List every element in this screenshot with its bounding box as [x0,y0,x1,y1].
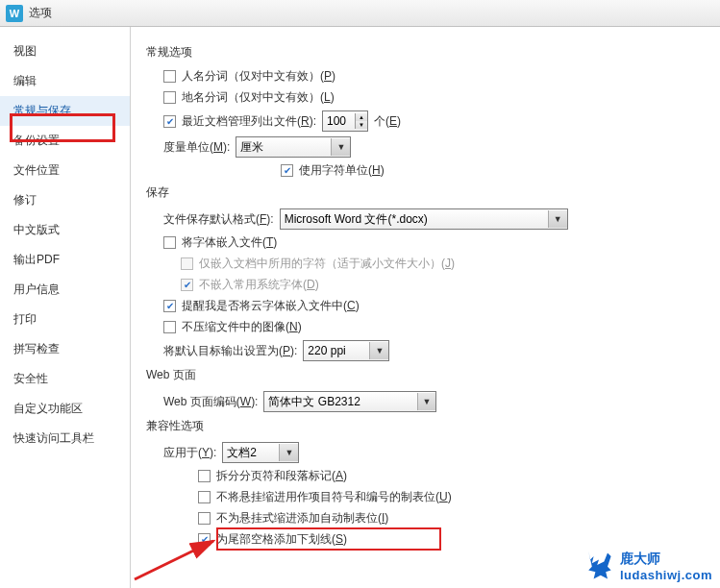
label-default-format: 文件保存默认格式(F): [163,211,274,228]
label-web-encoding: Web 页面编码(W): [163,394,258,410]
label-recent-files: 最近文档管理列出文件(R): [182,113,316,130]
label-compat-opt3: 不为悬挂式缩进添加自动制表位(I) [216,510,388,527]
sidebar-item-backup[interactable]: 备份设置 [0,126,130,156]
sidebar-item-print[interactable]: 打印 [0,305,130,334]
spinner-down-icon[interactable]: ▼ [356,121,367,129]
checkbox-place-split[interactable] [163,91,176,104]
chevron-down-icon: ▼ [417,393,436,410]
watermark-brand: 鹿大师 [620,551,712,568]
sidebar-item-spellcheck[interactable]: 拼写检查 [0,334,130,364]
section-web: Web 页面 [146,367,705,383]
window-title: 选项 [29,5,52,21]
spinner-up-icon[interactable]: ▲ [356,113,367,121]
sidebar-item-chinese-layout[interactable]: 中文版式 [0,215,130,245]
checkbox-skip-sys-fonts [181,279,193,291]
label-no-compress: 不压缩文件中的图像(N) [182,319,302,335]
checkbox-cloud-font-warn[interactable] [163,300,176,312]
select-measure-unit[interactable]: 厘米▼ [236,136,351,158]
sidebar-item-security[interactable]: 安全性 [0,364,130,394]
section-compat: 兼容性选项 [146,418,705,434]
sidebar-item-user-info[interactable]: 用户信息 [0,275,130,305]
sidebar-item-general-save[interactable]: 常规与保存 [0,96,130,126]
checkbox-no-compress[interactable] [163,321,176,333]
watermark-url: ludashiwj.com [620,568,712,582]
label-cloud-font-warn: 提醒我是否将云字体嵌入文件中(C) [182,298,360,314]
select-target-output[interactable]: 220 ppi▼ [303,340,389,361]
checkbox-compat-split-pagebreak[interactable] [198,470,211,482]
checkbox-compat-trailing-underline[interactable] [198,533,211,546]
select-default-format[interactable]: Microsoft Word 文件(*.docx)▼ [280,208,568,230]
sidebar-item-file-location[interactable]: 文件位置 [0,156,130,185]
chevron-down-icon: ▼ [369,342,388,359]
chevron-down-icon: ▼ [331,138,350,156]
section-save: 保存 [146,184,705,201]
sidebar-item-edit[interactable]: 编辑 [0,66,130,96]
checkbox-embed-fonts[interactable] [163,236,176,249]
label-place-split: 地名分词（仅对中文有效）(L) [182,89,335,106]
titlebar: W 选项 [0,0,720,27]
label-target-output: 将默认目标输出设置为(P): [163,343,297,359]
sidebar-item-revision[interactable]: 修订 [0,185,130,215]
checkbox-person-split[interactable] [163,70,176,83]
label-compat-opt1: 拆分分页符和段落标记(A) [216,468,347,484]
deer-icon [582,548,616,582]
app-icon: W [6,5,23,22]
checkbox-compat-auto-tab[interactable] [198,512,211,525]
label-embed-fonts: 将字体嵌入文件(T) [182,234,277,251]
select-web-encoding[interactable]: 简体中文 GB2312▼ [263,391,436,412]
label-person-split: 人名分词（仅对中文有效）(P) [182,68,335,85]
label-apply-to: 应用于(Y): [163,445,216,461]
sidebar-item-export-pdf[interactable]: 输出PDF [0,245,130,275]
sidebar-item-view[interactable]: 视图 [0,37,130,66]
sidebar: 视图 编辑 常规与保存 备份设置 文件位置 修订 中文版式 输出PDF 用户信息… [0,27,131,588]
watermark: 鹿大师 ludashiwj.com [582,548,712,582]
checkbox-compat-hanging-tab[interactable] [198,491,211,503]
label-embed-subset: 仅嵌入文档中所用的字符（适于减小文件大小）(J) [199,256,455,272]
checkbox-embed-subset [181,257,193,270]
spinner-recent-count[interactable]: 100▲▼ [322,110,368,132]
label-skip-sys-fonts: 不嵌入常用系统字体(D) [199,277,319,293]
checkbox-recent-files[interactable] [163,115,176,128]
label-char-unit: 使用字符单位(H) [299,162,385,179]
chevron-down-icon: ▼ [548,210,567,228]
select-apply-to[interactable]: 文档2▼ [222,442,299,463]
checkbox-char-unit[interactable] [281,164,293,177]
label-compat-opt4: 为尾部空格添加下划线(S) [216,531,347,548]
label-recent-unit: 个(E) [374,113,401,130]
sidebar-item-custom-ribbon[interactable]: 自定义功能区 [0,394,130,424]
section-general: 常规选项 [146,44,705,61]
label-compat-opt2: 不将悬挂缩进用作项目符号和编号的制表位(U) [216,489,452,505]
settings-panel: 常规选项 人名分词（仅对中文有效）(P) 地名分词（仅对中文有效）(L) 最近文… [131,27,720,588]
sidebar-item-qat[interactable]: 快速访问工具栏 [0,424,130,453]
chevron-down-icon: ▼ [279,444,298,461]
label-measure: 度量单位(M): [163,139,230,156]
